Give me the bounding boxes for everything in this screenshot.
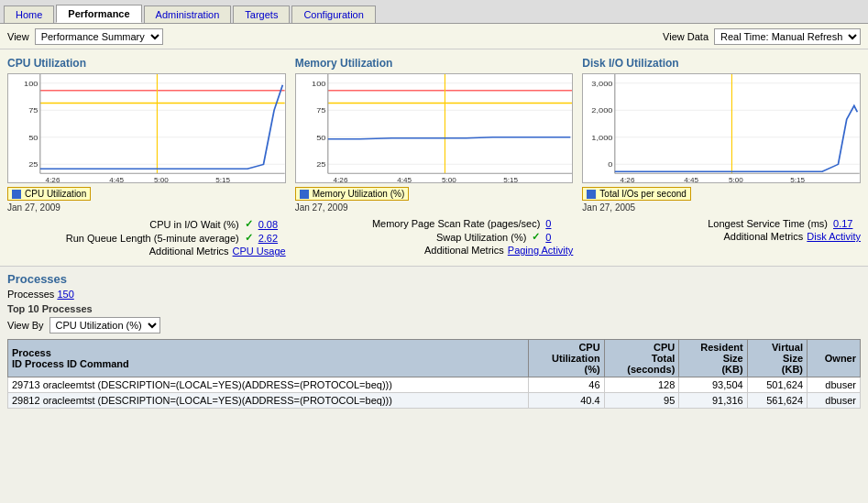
cpu-additional: Additional Metrics CPU Usage	[7, 246, 286, 257]
view-bar: View Performance Summary View Data Real …	[0, 24, 868, 49]
disk-additional-label: Additional Metrics	[724, 231, 804, 242]
table-row: 29713 oracleemtst (DESCRIPTION=(LOCAL=YE…	[8, 377, 861, 393]
proc-owner: dbuser	[808, 377, 861, 393]
cpu-metric-value-0[interactable]: 0.08	[258, 219, 286, 230]
processes-table: ProcessID Process ID Command CPUUtilizat…	[7, 339, 861, 409]
nav-tab-targets[interactable]: Targets	[233, 5, 290, 23]
cpu-metric-label-1: Run Queue Length (5-minute average)	[66, 233, 239, 244]
svg-text:100: 100	[24, 79, 38, 87]
memory-metric-row-0: Memory Page Scan Rate (pages/sec) 0	[295, 218, 574, 229]
svg-text:5:15: 5:15	[503, 177, 518, 182]
svg-text:5:00: 5:00	[729, 177, 743, 182]
cpu-chart-svg: 100 75 50 25 4:26 4:45 5:00 5:15	[8, 74, 285, 182]
disk-legend-box	[587, 190, 596, 199]
memory-x-date: Jan 27, 2009	[295, 202, 574, 213]
svg-text:25: 25	[28, 160, 38, 169]
top-navigation: Home Performance Administration Targets …	[0, 0, 868, 24]
processes-title: Processes	[7, 272, 861, 286]
cpu-title: CPU Utilization	[7, 57, 286, 70]
proc-cpu-total: 128	[604, 377, 679, 393]
view-by-label: View By	[7, 320, 44, 331]
svg-text:100: 100	[312, 79, 326, 87]
memory-metric-label-0: Memory Page Scan Rate (pages/sec)	[372, 218, 540, 229]
memory-legend: Memory Utilization (%)	[295, 187, 410, 201]
memory-metric-row-1: Swap Utilization (%) ✓ 0	[295, 231, 574, 243]
proc-pid-cmd: 29713 oracleemtst (DESCRIPTION=(LOCAL=YE…	[8, 377, 529, 393]
svg-text:1,000: 1,000	[592, 133, 613, 141]
paging-activity-link[interactable]: Paging Activity	[508, 245, 574, 256]
proc-res-size: 93,504	[679, 377, 747, 393]
svg-text:75: 75	[316, 106, 326, 115]
cpu-legend: CPU Utilization	[7, 187, 91, 201]
svg-text:4:26: 4:26	[621, 177, 635, 182]
col-header-owner: Owner	[808, 340, 861, 377]
processes-count: Processes 150	[7, 289, 861, 300]
view-by-row: View By CPU Utilization (%)MemoryVirtual…	[7, 317, 861, 334]
processes-count-label: Processes	[7, 289, 54, 300]
svg-text:5:15: 5:15	[215, 177, 230, 182]
proc-virt-size: 501,624	[747, 377, 807, 393]
memory-metrics: Memory Page Scan Rate (pages/sec) 0 Swap…	[295, 218, 574, 256]
svg-text:75: 75	[28, 106, 38, 115]
svg-text:3,000: 3,000	[592, 79, 613, 87]
col-command: Process ID Command	[25, 358, 129, 369]
disk-title: Disk I/O Utilization	[582, 57, 861, 70]
proc-res-size: 91,316	[679, 393, 747, 409]
cpu-metric-label-0: CPU in I/O Wait (%)	[149, 219, 238, 230]
col-header-virtual: VirtualSize(KB)	[747, 340, 807, 377]
proc-owner: dbuser	[808, 393, 861, 409]
svg-text:5:00: 5:00	[154, 177, 169, 182]
col-header-cpu-total: CPUTotal(seconds)	[604, 340, 679, 377]
nav-tab-performance[interactable]: Performance	[56, 5, 141, 23]
disk-chart-svg: 3,000 2,000 1,000 0 4:26 4:45 5:00 5:15	[583, 74, 860, 182]
disk-legend-label: Total I/Os per second	[599, 189, 687, 199]
processes-count-link[interactable]: 150	[57, 289, 73, 300]
memory-metric-value-0[interactable]: 0	[545, 218, 573, 229]
svg-text:4:45: 4:45	[397, 177, 412, 182]
view-by-select[interactable]: CPU Utilization (%)MemoryVirtual Size	[49, 317, 160, 334]
disk-metric-label-0: Longest Service Time (ms)	[708, 218, 828, 229]
cpu-metric-check-0: ✓	[245, 218, 253, 230]
cpu-metric-check-1: ✓	[245, 232, 253, 244]
nav-tab-home[interactable]: Home	[4, 5, 54, 23]
view-select[interactable]: Performance Summary	[35, 28, 163, 45]
svg-text:50: 50	[28, 133, 38, 141]
memory-chart-svg: 100 75 50 25 4:26 4:45 5:00 5:15	[296, 74, 573, 182]
proc-pid-cmd: 29812 oracleemtst (DESCRIPTION=(LOCAL=YE…	[8, 393, 529, 409]
disk-additional: Additional Metrics Disk Activity	[582, 231, 861, 242]
cpu-panel: CPU Utilization 10	[7, 57, 286, 258]
disk-activity-link[interactable]: Disk Activity	[807, 231, 861, 242]
col-header-pid-cmd: ProcessID Process ID Command	[8, 340, 529, 377]
cpu-metric-value-1[interactable]: 2.62	[258, 233, 286, 244]
nav-tab-administration[interactable]: Administration	[144, 5, 232, 23]
memory-metric-check-1: ✓	[532, 231, 540, 243]
processes-section: Processes Processes 150 Top 10 Processes…	[0, 267, 868, 414]
view-data-label: View Data	[663, 31, 709, 42]
top10-label: Top 10 Processes	[7, 303, 861, 314]
svg-text:25: 25	[316, 160, 326, 169]
svg-text:0: 0	[609, 160, 613, 169]
disk-metric-value-0[interactable]: 0.17	[833, 218, 861, 229]
cpu-additional-label: Additional Metrics	[149, 246, 229, 257]
svg-rect-36	[615, 74, 860, 182]
svg-text:4:45: 4:45	[109, 177, 124, 182]
charts-area: CPU Utilization 10	[0, 49, 868, 267]
cpu-legend-label: CPU Utilization	[25, 189, 86, 199]
view-data-select[interactable]: Real Time: Manual Refresh	[714, 28, 861, 45]
memory-chart-box: 100 75 50 25 4:26 4:45 5:00 5:15	[295, 73, 574, 183]
table-row: 29812 oracleemtst (DESCRIPTION=(LOCAL=YE…	[8, 393, 861, 409]
memory-panel: Memory Utilization 100 75 50 25 4:26 4:4…	[295, 57, 574, 258]
memory-title: Memory Utilization	[295, 57, 574, 70]
disk-chart-box: 3,000 2,000 1,000 0 4:26 4:45 5:00 5:15	[582, 73, 861, 183]
view-label: View	[7, 31, 29, 42]
proc-virt-size: 561,624	[747, 393, 807, 409]
memory-legend-label: Memory Utilization (%)	[313, 189, 405, 199]
cpu-metric-row-1: Run Queue Length (5-minute average) ✓ 2.…	[7, 232, 286, 244]
svg-text:5:00: 5:00	[442, 177, 456, 182]
proc-cpu-util: 40.4	[529, 393, 605, 409]
nav-tab-configuration[interactable]: Configuration	[291, 5, 375, 23]
memory-metric-value-1[interactable]: 0	[545, 232, 573, 243]
svg-text:5:15: 5:15	[791, 177, 806, 182]
cpu-chart-box: 100 75 50 25 4:26 4:45 5:00 5:15	[7, 73, 286, 183]
cpu-usage-link[interactable]: CPU Usage	[233, 246, 286, 257]
